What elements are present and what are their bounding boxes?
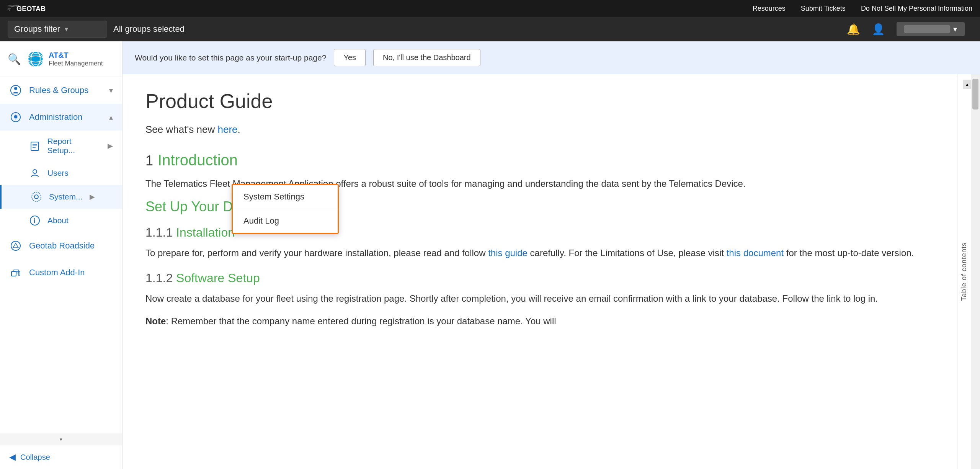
sidebar-header: 🔍 AT&T Fleet Management: [0, 41, 122, 77]
custom-addin-icon: [9, 266, 22, 279]
content-area: Would you like to set this page as your …: [122, 41, 980, 469]
sidebar-brand: AT&T Fleet Management: [27, 51, 103, 67]
section1-heading: 1 Introduction: [145, 152, 934, 169]
sidebar-item-label-rules-groups: Rules & Groups: [29, 85, 102, 95]
sidebar-item-report-setup[interactable]: Report Setup... ▶: [0, 131, 122, 161]
groups-filter-label: Groups filter: [14, 24, 60, 34]
chevron-down-icon: ▾: [65, 25, 68, 33]
sidebar-item-label-report-setup: Report Setup...: [47, 137, 101, 155]
svg-rect-11: [31, 142, 39, 150]
audit-log-item[interactable]: Audit Log: [233, 209, 338, 233]
scroll-thumb[interactable]: [972, 79, 978, 109]
sidebar-item-label-custom-addin: Custom Add-In: [29, 268, 113, 278]
content-main: ▴ Product Guide See what's new here. 1 I…: [122, 74, 980, 469]
user-icon[interactable]: 👤: [872, 23, 885, 36]
topbar-right: Resources Submit Tickets Do Not Sell My …: [753, 5, 972, 13]
topbar-logo: Powered by GEOTAB: [8, 3, 77, 14]
sidebar-item-about[interactable]: i About: [0, 209, 122, 232]
section1-1-2-note: Note: Remember that the company name ent…: [145, 314, 934, 328]
system-icon: [31, 191, 42, 203]
search-icon[interactable]: 🔍: [8, 53, 21, 65]
toc-label: Table of contents: [960, 242, 968, 301]
sidebar-item-geotab-roadside[interactable]: Geotab Roadside: [0, 232, 122, 259]
user-menu-button[interactable]: ▾: [897, 22, 965, 36]
sidebar-item-label-administration: Administration: [29, 112, 102, 122]
collapse-icon: ◀: [9, 452, 16, 462]
user-menu-chevron-icon: ▾: [953, 25, 957, 34]
sidebar-brand-text: AT&T Fleet Management: [49, 51, 103, 67]
topbar: Powered by GEOTAB Resources Submit Ticke…: [0, 0, 980, 17]
startup-no-button[interactable]: No, I'll use the Dashboard: [373, 49, 480, 66]
administration-icon: [9, 111, 22, 124]
startup-banner: Would you like to set this page as your …: [122, 41, 980, 74]
svg-text:by: by: [8, 7, 11, 11]
submit-tickets-link[interactable]: Submit Tickets: [801, 5, 846, 13]
bell-icon[interactable]: 🔔: [847, 23, 860, 36]
section1-1-2-heading: 1.1.2 Software Setup: [145, 271, 934, 285]
groups-filter-button[interactable]: Groups filter ▾: [8, 21, 107, 38]
this-document-link[interactable]: this document: [727, 248, 784, 258]
brand-name: AT&T: [49, 51, 103, 60]
sidebar-item-label-users: Users: [47, 168, 69, 178]
toc-sidebar[interactable]: Table of contents: [957, 74, 971, 469]
svg-rect-21: [11, 271, 16, 276]
section1-1-2-body: Now create a database for your fleet usi…: [145, 291, 934, 306]
sidebar-item-label-geotab-roadside: Geotab Roadside: [29, 241, 113, 251]
sidebar-item-users[interactable]: Users: [0, 161, 122, 185]
startup-yes-button[interactable]: Yes: [334, 49, 366, 66]
scroll-up-arrow[interactable]: ▴: [963, 80, 971, 89]
geotab-roadside-icon: [9, 239, 22, 252]
sidebar-item-rules-groups[interactable]: Rules & Groups ▾: [0, 77, 122, 104]
system-settings-item[interactable]: System Settings: [233, 185, 338, 209]
sidebar-collapse-label: Collapse: [20, 453, 50, 462]
sidebar-item-label-about: About: [47, 216, 69, 225]
users-icon: [29, 167, 41, 179]
groups-selected-text: All groups selected: [113, 24, 841, 34]
main-layout: 🔍 AT&T Fleet Management: [0, 41, 980, 469]
svg-point-15: [33, 170, 37, 173]
content-scroll: Product Guide See what's new here. 1 Int…: [122, 74, 957, 469]
chevron-right-icon: ▶: [90, 193, 95, 201]
sidebar-item-custom-addin[interactable]: Custom Add-In: [0, 259, 122, 286]
sidebar-item-administration[interactable]: Administration ▴: [0, 104, 122, 131]
user-name-text: [904, 25, 950, 33]
sidebar-collapse-button[interactable]: ◀ Collapse: [0, 445, 122, 469]
sidebar-scroll-down-button[interactable]: ▾: [0, 433, 122, 445]
sidebar-nav: Rules & Groups ▾ Administration ▴ Report…: [0, 77, 122, 433]
svg-point-17: [32, 192, 41, 201]
section1-1-1-body: To prepare for, perform and verify your …: [145, 246, 934, 260]
filter-bar: Groups filter ▾ All groups selected 🔔 👤 …: [0, 17, 980, 41]
topbar-actions: 🔔 👤 ▾: [847, 22, 965, 36]
chevron-right-icon: ▶: [108, 142, 113, 150]
startup-question: Would you like to set this page as your …: [135, 53, 326, 62]
report-setup-icon: [29, 140, 41, 152]
rules-groups-icon: [9, 84, 22, 97]
svg-point-7: [11, 85, 21, 95]
scrollbar[interactable]: [971, 74, 980, 469]
this-guide-link[interactable]: this guide: [488, 248, 528, 258]
about-icon: i: [29, 215, 41, 226]
att-logo-icon: [27, 51, 44, 67]
page-title: Product Guide: [145, 90, 934, 113]
svg-point-8: [14, 87, 17, 90]
system-dropdown-popup: System Settings Audit Log: [232, 184, 339, 234]
sidebar-item-label-system: System...: [49, 192, 83, 201]
svg-text:GEOTAB: GEOTAB: [16, 5, 46, 13]
resources-link[interactable]: Resources: [753, 5, 786, 13]
svg-text:i: i: [34, 217, 35, 224]
sidebar: 🔍 AT&T Fleet Management: [0, 41, 122, 469]
chevron-down-icon: ▾: [109, 86, 113, 95]
brand-sub: Fleet Management: [49, 60, 103, 67]
here-link[interactable]: here: [218, 124, 238, 135]
svg-point-16: [34, 195, 38, 199]
svg-point-10: [14, 115, 17, 118]
chevron-up-icon: ▴: [109, 113, 113, 122]
privacy-link[interactable]: Do Not Sell My Personal Information: [861, 5, 972, 13]
subtitle-text: See what's new here.: [145, 122, 934, 138]
sidebar-item-system[interactable]: System... ▶: [0, 185, 122, 209]
